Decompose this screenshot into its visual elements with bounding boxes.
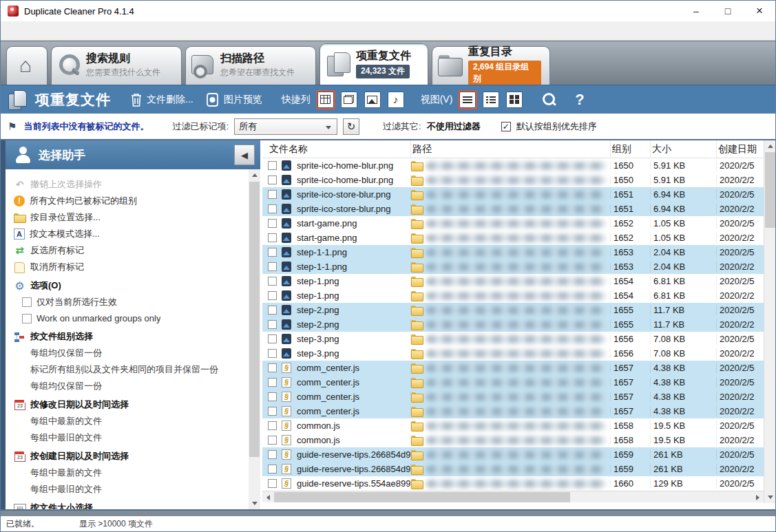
help-icon[interactable]: ? — [575, 91, 584, 109]
row-checkbox[interactable] — [268, 392, 277, 401]
quickcol-windows-button[interactable] — [341, 92, 357, 108]
row-checkbox[interactable] — [268, 421, 277, 430]
menu-item[interactable] — [8, 28, 21, 34]
scroll-down-arrow[interactable] — [249, 498, 260, 509]
maximize-button[interactable]: □ — [712, 1, 744, 21]
scroll-right-arrow[interactable] — [752, 491, 764, 503]
sidebar-item[interactable]: ↶ 撤销上次选择操作 — [14, 176, 244, 193]
row-checkbox[interactable] — [268, 320, 277, 329]
row-checkbox[interactable] — [268, 233, 277, 242]
row-checkbox[interactable] — [268, 436, 277, 445]
sidebar-item[interactable]: 按创建日期以及时间选择 — [14, 448, 244, 465]
table-row[interactable]: common.js 1658 19.5 KB 2020/2/5 — [262, 418, 775, 433]
table-row[interactable]: guide-reserve-tips.266854d9... 1659 261 … — [262, 447, 775, 462]
view-details-button[interactable] — [483, 92, 499, 108]
column-header-path[interactable]: 路径 — [411, 140, 611, 158]
column-header-filename[interactable]: 文件名称 — [268, 140, 411, 158]
table-row[interactable]: start-game.png 1652 1.05 KB 2020/2/5 — [262, 216, 775, 231]
table-row[interactable]: comm_center.js 1657 4.38 KB 2020/2/2 — [262, 404, 775, 418]
tab-scan-path[interactable]: 扫描路径 您希望在哪查找文件 — [185, 46, 316, 85]
row-checkbox[interactable] — [268, 175, 277, 184]
row-checkbox[interactable] — [268, 262, 277, 271]
scrollbar-thumb[interactable] — [765, 152, 775, 228]
table-row[interactable]: comm_center.js 1657 4.38 KB 2020/2/2 — [262, 390, 775, 404]
row-checkbox[interactable] — [268, 349, 277, 358]
scroll-down-arrow[interactable] — [764, 491, 775, 503]
row-checkbox[interactable] — [268, 334, 277, 343]
row-checkbox[interactable] — [268, 479, 277, 488]
quickcol-music-button[interactable]: ♪ — [388, 92, 404, 108]
table-row[interactable]: comm_center.js 1657 4.38 KB 2020/2/5 — [262, 361, 775, 375]
sidebar-checkbox[interactable] — [22, 297, 32, 307]
row-checkbox[interactable] — [268, 465, 277, 474]
search-icon[interactable] — [542, 92, 557, 107]
menu-item[interactable] — [41, 28, 54, 34]
file-delete-button[interactable]: 文件删除... — [127, 91, 196, 109]
table-row[interactable]: step-2.png 1655 11.7 KB 2020/2/5 — [262, 303, 775, 317]
table-row[interactable]: step-1-1.png 1653 2.04 KB 2020/2/5 — [262, 245, 775, 259]
horizontal-scrollbar[interactable] — [262, 491, 764, 502]
table-row[interactable]: common.js 1658 19.5 KB 2020/2/2 — [262, 433, 775, 447]
column-header-group[interactable]: 组别 — [611, 140, 651, 158]
sort-by-group-checkbox[interactable]: ✓ — [501, 122, 511, 131]
table-row[interactable]: step-3.png 1656 7.08 KB 2020/2/2 — [262, 346, 775, 361]
scrollbar-thumb[interactable] — [274, 492, 570, 502]
row-checkbox[interactable] — [268, 161, 277, 170]
row-checkbox[interactable] — [268, 219, 277, 228]
sidebar-item[interactable]: 取消所有标记 — [14, 259, 244, 275]
sidebar-item[interactable]: A 按文本模式选择... — [14, 226, 244, 242]
scroll-left-arrow[interactable] — [262, 491, 274, 503]
scroll-up-arrow[interactable] — [764, 140, 775, 152]
tab-home[interactable]: ⌂ — [6, 46, 48, 85]
table-row[interactable]: step-1.png 1654 6.81 KB 2020/2/2 — [262, 288, 775, 303]
sidebar-item[interactable]: 每组中最新的文件 — [14, 465, 244, 481]
sidebar-item[interactable]: 每组中最旧的文件 — [14, 481, 244, 498]
sidebar-item[interactable]: 每组中最新的文件 — [14, 413, 244, 429]
row-checkbox[interactable] — [268, 204, 277, 213]
quickcol-grid-button[interactable] — [317, 92, 334, 108]
close-button[interactable]: × — [744, 1, 775, 21]
row-checkbox[interactable] — [268, 248, 277, 257]
row-checkbox[interactable] — [268, 291, 277, 300]
view-tiles-button[interactable] — [506, 92, 523, 108]
row-checkbox[interactable] — [268, 363, 277, 372]
sidebar-scrollbar[interactable] — [249, 169, 260, 509]
table-row[interactable]: sprite-ico-home-blur.png 1650 5.91 KB 20… — [262, 158, 775, 173]
sidebar-item[interactable]: 按目录位置选择... — [14, 209, 244, 226]
sidebar-item[interactable]: ⚙ 选项(O) — [14, 277, 244, 294]
sidebar-item[interactable]: 按文件大小选择 — [14, 500, 244, 509]
table-row[interactable]: guide-reserve-tips.554ae8999... 1660 129… — [262, 476, 775, 491]
sidebar-item[interactable]: 按修改日期以及时间选择 — [14, 396, 244, 413]
table-row[interactable]: start-game.png 1652 1.05 KB 2020/2/2 — [262, 231, 775, 245]
row-checkbox[interactable] — [268, 450, 277, 459]
sidebar-item[interactable]: 每组均仅保留一份 — [14, 378, 244, 394]
row-checkbox[interactable] — [268, 306, 277, 315]
row-checkbox[interactable] — [268, 407, 277, 416]
image-preview-button[interactable]: 图片预览 — [203, 91, 265, 109]
sidebar-item[interactable]: 按文件组别选择 — [14, 328, 244, 345]
row-checkbox[interactable] — [268, 190, 277, 199]
column-header-created[interactable]: 创建日期 — [717, 140, 765, 158]
table-row[interactable]: sprite-ico-store-blur.png 1651 6.94 KB 2… — [262, 187, 775, 202]
vertical-scrollbar[interactable] — [764, 140, 775, 503]
table-row[interactable]: sprite-ico-home-blur.png 1650 5.91 KB 20… — [262, 173, 775, 187]
menu-item[interactable] — [24, 28, 38, 34]
scroll-up-arrow[interactable] — [249, 169, 260, 181]
tab-search-rules[interactable]: 搜索规则 您需要查找什么文件 — [51, 46, 182, 85]
sidebar-item[interactable]: ! 所有文件均已被标记的组别 — [14, 193, 244, 209]
table-row[interactable]: step-3.png 1656 7.08 KB 2020/2/5 — [262, 332, 775, 346]
refresh-button[interactable]: ↻ — [343, 118, 359, 135]
sidebar-item[interactable]: 仅对当前所选行生效 — [14, 294, 244, 310]
tab-duplicate-folders[interactable]: 重复目录 2,694 组目录组别 — [432, 46, 550, 85]
tab-duplicate-files[interactable]: 项重复文件 24,323 文件 — [319, 43, 428, 85]
scrollbar-thumb[interactable] — [249, 182, 260, 457]
collapse-panel-button[interactable]: ◀ — [234, 145, 255, 165]
filter-marked-dropdown[interactable]: 所有 — [234, 118, 337, 135]
table-row[interactable]: guide-reserve-tips.266854d9... 1659 261 … — [262, 462, 775, 476]
sidebar-checkbox[interactable] — [22, 314, 32, 323]
quickcol-image-button[interactable] — [364, 92, 381, 108]
table-row[interactable]: step-1-1.png 1653 2.04 KB 2020/2/2 — [262, 259, 775, 274]
table-row[interactable]: sprite-ico-store-blur.png 1651 6.94 KB 2… — [262, 202, 775, 216]
sidebar-item[interactable]: 每组均仅保留一份 — [14, 345, 244, 361]
table-row[interactable]: step-2.png 1655 11.7 KB 2020/2/2 — [262, 317, 775, 332]
